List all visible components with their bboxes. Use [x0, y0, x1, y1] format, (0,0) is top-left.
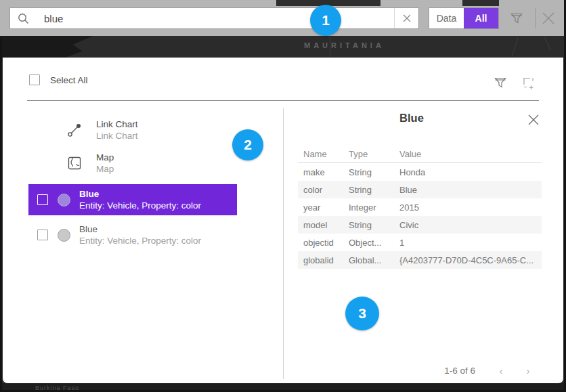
table-header-row: Name Type Value	[298, 145, 542, 162]
result-subtitle: Map	[96, 164, 114, 174]
result-subtitle: Link Chart	[96, 131, 138, 141]
select-all-checkbox[interactable]	[29, 74, 40, 85]
panel-vertical-divider	[283, 108, 284, 379]
annotation-badge-1: 1	[310, 5, 341, 36]
link-chart-icon	[62, 119, 87, 141]
table-row: year Integer 2015	[298, 198, 542, 216]
cell-type: String	[349, 167, 399, 177]
scope-option-all[interactable]: All	[464, 8, 498, 28]
search-icon	[10, 13, 36, 24]
result-item-blue-selected[interactable]: Blue Entity: Vehicle, Property: color	[28, 184, 237, 215]
pagination: 1-6 of 6 ‹ ›	[379, 363, 542, 378]
entity-circle-icon	[58, 194, 70, 206]
pagination-range: 1-6 of 6	[444, 366, 475, 376]
result-checkbox[interactable]	[37, 194, 48, 205]
cell-name: year	[298, 202, 349, 213]
search-toolbar: WESTER Data All	[0, 0, 564, 36]
map-country-shape	[0, 36, 93, 58]
cell-name: globalid	[298, 255, 349, 265]
map-label-mauritania: MAURITANIA	[304, 41, 385, 49]
table-row: objectid Object... 1	[298, 234, 542, 251]
cell-value: 2015	[399, 202, 542, 213]
result-item-link-chart[interactable]: Link Chart Link Chart	[28, 119, 237, 141]
table-row: make String Honda	[298, 163, 542, 181]
column-header-name: Name	[298, 149, 349, 159]
cell-value: {A4203777-D70D-4C5C-9A65-C...	[399, 255, 542, 265]
cell-type: Global...	[349, 255, 399, 265]
cell-value: Blue	[399, 185, 542, 195]
map-label-western-partial: WESTER	[278, 5, 313, 6]
clear-search-button[interactable]	[394, 8, 418, 28]
column-header-type: Type	[349, 149, 399, 159]
result-title: Link Chart	[96, 119, 138, 129]
window-edge-left	[0, 39, 2, 392]
cell-name: objectid	[298, 238, 349, 248]
table-row: model String Civic	[298, 216, 542, 234]
result-title: Blue	[79, 224, 201, 234]
cell-type: String	[349, 220, 399, 230]
result-item-map[interactable]: Map Map	[28, 152, 237, 174]
result-subtitle: Entity: Vehicle, Property: color	[79, 236, 201, 246]
annotation-badge-3: 3	[345, 297, 379, 330]
cell-value: Civic	[399, 220, 542, 230]
chevron-left-icon[interactable]: ‹	[487, 365, 515, 376]
filter-icon[interactable]	[508, 11, 525, 26]
cell-name: make	[298, 167, 349, 177]
column-header-value: Value	[399, 149, 542, 159]
map-icon	[62, 152, 87, 174]
app-window: MAURITANIA Burkina Faso WESTER Data All	[0, 0, 566, 392]
annotation-badge-2: 2	[232, 129, 263, 160]
attribute-table: Name Type Value make String Honda color …	[298, 145, 542, 269]
search-scope-toggle: Data All	[429, 7, 499, 29]
cell-type: Object...	[349, 238, 399, 248]
detail-title: Blue	[283, 112, 540, 125]
toolbar-divider	[535, 8, 536, 28]
cell-name: color	[298, 185, 349, 195]
cell-value: Honda	[399, 167, 542, 177]
cell-type: Integer	[349, 202, 399, 213]
table-row: color String Blue	[298, 181, 542, 198]
cell-value: 1	[399, 238, 542, 248]
result-item-blue[interactable]: Blue Entity: Vehicle, Property: color	[28, 219, 237, 251]
map-border-line	[544, 37, 551, 51]
table-row: globalid Global... {A4203777-D70D-4C5C-9…	[298, 251, 542, 269]
panel-separator	[27, 100, 539, 101]
entity-circle-icon	[58, 229, 70, 242]
map-background-upper: MAURITANIA	[0, 36, 566, 58]
search-input-container	[9, 7, 419, 29]
select-all-row: Select All	[29, 74, 88, 85]
close-search-icon[interactable]	[540, 10, 557, 26]
cell-name: model	[298, 220, 349, 230]
map-border-line	[511, 38, 518, 58]
select-all-label: Select All	[50, 75, 88, 85]
results-filter-icon[interactable]	[492, 75, 508, 90]
chevron-right-icon[interactable]: ›	[515, 365, 542, 376]
result-checkbox[interactable]	[37, 230, 48, 240]
result-subtitle: Entity: Vehicle, Property: color	[79, 200, 201, 211]
cell-type: String	[349, 185, 399, 195]
scope-option-data[interactable]: Data	[429, 8, 464, 28]
result-title: Map	[96, 152, 114, 162]
result-title: Blue	[79, 189, 201, 199]
add-to-selection-icon[interactable]	[520, 75, 536, 90]
map-bleed-patch	[462, 0, 499, 6]
detail-close-icon[interactable]	[526, 112, 541, 127]
